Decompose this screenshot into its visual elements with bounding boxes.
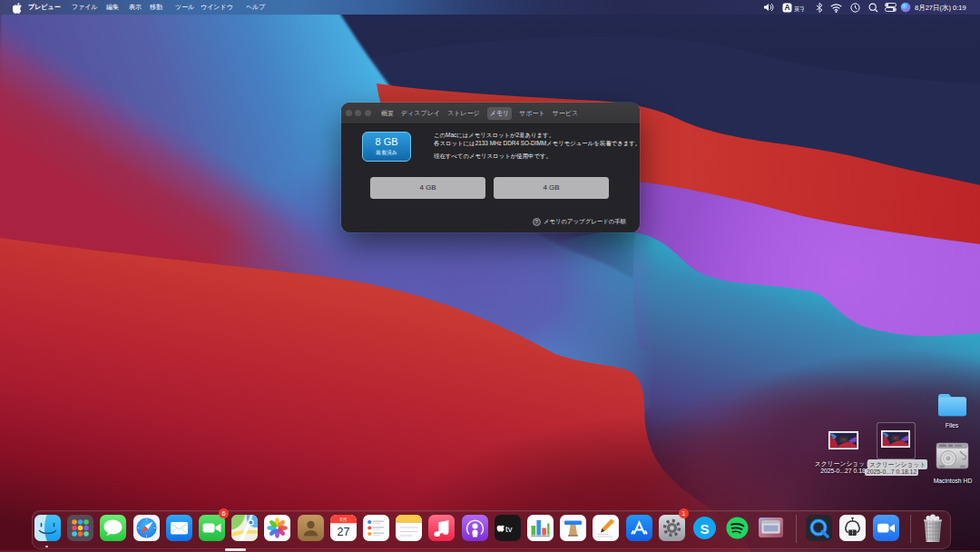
svg-text:8月: 8月 [339,517,347,523]
svg-text:27: 27 [337,526,349,538]
svg-text:S: S [700,520,709,536]
svg-text:tv: tv [505,524,513,534]
svg-text:A: A [784,3,789,12]
svg-text:英字: 英字 [794,5,804,13]
